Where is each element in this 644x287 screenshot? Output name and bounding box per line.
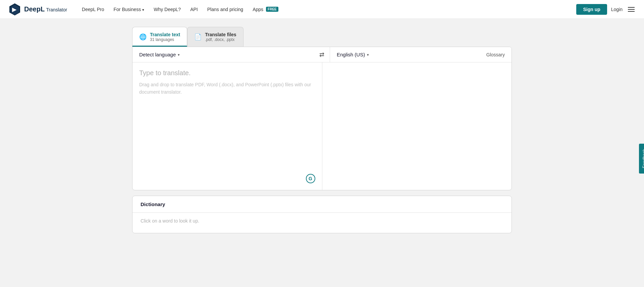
svg-text:▶: ▶ [12, 7, 17, 12]
globe-icon: 🌐 [139, 33, 147, 41]
apps-free-badge: FREE [266, 7, 278, 12]
swap-languages-button[interactable]: ⇄ [314, 48, 330, 61]
translator-box: Detect language ⇄ English (US) Glossary … [132, 47, 512, 190]
grammarly-icon[interactable]: G [306, 174, 315, 183]
dictionary-header: Dictionary [132, 196, 512, 213]
login-button[interactable]: Login [611, 7, 623, 12]
tab-text-sublabel: 31 languages [150, 37, 180, 42]
dictionary-body: Click on a word to look it up. [132, 213, 512, 233]
main-content: 🌐 Translate text 31 languages 📄 Translat… [124, 19, 520, 233]
navbar: ▶ DeepL Translator DeepL Pro For Busines… [0, 0, 644, 19]
hamburger-menu[interactable] [627, 6, 636, 13]
brand-name: DeepL [24, 5, 45, 13]
tab-files-sublabel: .pdf, .docx, .pptx [205, 37, 236, 42]
target-language-chevron [367, 52, 369, 57]
hamburger-line-2 [628, 9, 635, 10]
brand-subtitle: Translator [46, 7, 67, 12]
hamburger-line-3 [628, 11, 635, 12]
swap-icon: ⇄ [319, 51, 324, 58]
nav-api[interactable]: API [186, 4, 202, 15]
nav-why-deepl[interactable]: Why DeepL? [150, 4, 185, 15]
nav-for-business[interactable]: For Business [110, 4, 149, 15]
signup-button[interactable]: Sign up [576, 4, 607, 15]
text-panels: Type to translate. Drag and drop to tran… [132, 62, 512, 190]
nav-links: DeepL Pro For Business Why DeepL? API Pl… [78, 4, 576, 15]
source-placeholder-sub: Drag and drop to translate PDF, Word (.d… [139, 81, 315, 96]
nav-deepl-pro[interactable]: DeepL Pro [78, 4, 108, 15]
target-language-label: English (US) [337, 52, 365, 57]
target-language-button[interactable]: English (US) [337, 52, 369, 57]
tabs-bar: 🌐 Translate text 31 languages 📄 Translat… [132, 27, 512, 47]
business-dropdown-icon [142, 7, 144, 12]
nav-apps[interactable]: Apps FREE [249, 4, 282, 15]
nav-plans-pricing[interactable]: Plans and pricing [203, 4, 247, 15]
document-icon: 📄 [194, 33, 202, 41]
language-bar: Detect language ⇄ English (US) Glossary [132, 47, 512, 62]
target-lang-section: English (US) Glossary [330, 47, 512, 62]
source-text-panel[interactable]: Type to translate. Drag and drop to tran… [132, 62, 322, 190]
logo-icon: ▶ [8, 3, 21, 16]
glossary-button[interactable]: Glossary [486, 52, 505, 57]
tab-translate-files[interactable]: 📄 Translate files .pdf, .docx, .pptx [187, 27, 243, 47]
tab-files-label: Translate files [205, 32, 236, 37]
hamburger-line-1 [628, 7, 635, 8]
target-text-panel [322, 62, 512, 190]
nav-right: Sign up Login [576, 4, 636, 15]
tab-files-group: Translate files .pdf, .docx, .pptx [205, 32, 236, 42]
source-lang-section: Detect language [132, 47, 314, 62]
tab-translate-text[interactable]: 🌐 Translate text 31 languages [132, 27, 187, 47]
dictionary-section: Dictionary Click on a word to look it up… [132, 196, 512, 233]
detect-language-button[interactable]: Detect language [139, 52, 180, 57]
logo[interactable]: ▶ DeepL Translator [8, 3, 67, 16]
feedback-tab[interactable]: Feedback [639, 144, 644, 174]
tab-text-label: Translate text [150, 32, 180, 37]
detect-language-label: Detect language [139, 52, 176, 57]
tab-text-group: Translate text 31 languages [150, 32, 180, 42]
detect-language-chevron [178, 52, 180, 57]
source-placeholder-main: Type to translate. [139, 69, 315, 77]
